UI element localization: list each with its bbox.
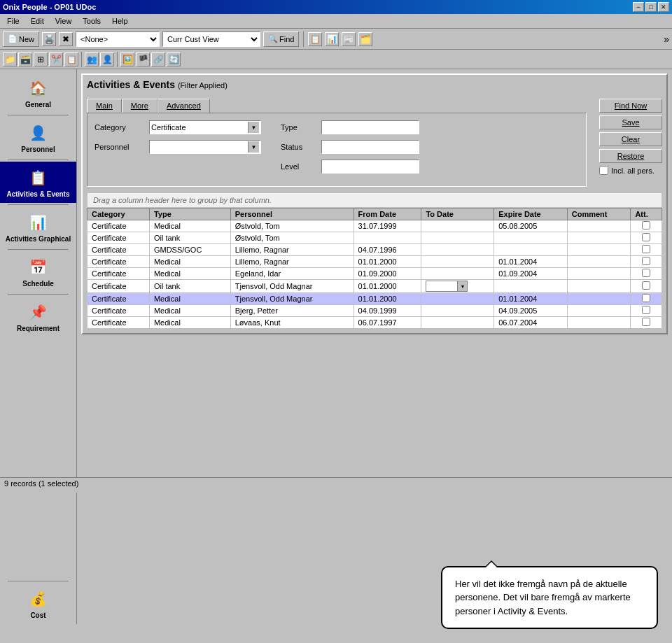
sidebar: 🏠 General 👤 Personnel 📋 Activities & Eve…: [0, 69, 77, 624]
sidebar-item-requirement[interactable]: 📌 Requirement: [0, 296, 76, 337]
menu-edit[interactable]: Edit: [27, 15, 48, 27]
grid-cell: [567, 244, 631, 256]
col-comment[interactable]: Comment: [567, 209, 631, 220]
grid-cell: 04.09.2005: [494, 305, 568, 317]
col-to-date[interactable]: To Date: [421, 209, 494, 220]
grid-cell: Medical: [149, 293, 230, 305]
grid-cell-att[interactable]: [631, 232, 662, 244]
level-label: Level: [281, 162, 316, 171]
filter-applied: (Filter Applied): [178, 81, 227, 90]
print-button[interactable]: 🖨️: [42, 32, 56, 46]
grid-cell-att[interactable]: [631, 280, 662, 293]
grid-cell-att[interactable]: [631, 305, 662, 317]
refresh-button[interactable]: 🔄: [167, 52, 181, 66]
table-row[interactable]: CertificateMedicalLillemo, Ragnar01.01.2…: [88, 256, 662, 268]
clear-button[interactable]: Clear: [599, 132, 662, 146]
menu-tools[interactable]: Tools: [78, 15, 105, 27]
grid-cell: [421, 244, 494, 256]
grid-cell-att[interactable]: [631, 244, 662, 256]
folder-button[interactable]: 🗃️: [18, 52, 32, 66]
minimize-button[interactable]: −: [633, 2, 644, 12]
link-button[interactable]: 🔗: [151, 52, 165, 66]
grid-cell: [421, 293, 494, 305]
category-dropdown[interactable]: Certificate ▼: [149, 120, 261, 134]
table-row[interactable]: CertificateMedicalLøvaas, Knut06.07.1997…: [88, 317, 662, 329]
level-input[interactable]: [321, 160, 419, 174]
status-bar: 9 records (1 selected): [0, 477, 672, 493]
sidebar-label-activities: Activities & Events: [6, 190, 69, 198]
title-bar: Onix People - OP01 UDoc − □ ✕: [0, 0, 672, 14]
copy-button[interactable]: 📋: [64, 52, 78, 66]
table-row[interactable]: CertificateOil tankØstvold, Tom: [88, 232, 662, 244]
grid-cell-att[interactable]: [631, 293, 662, 305]
col-from-date[interactable]: From Date: [354, 209, 421, 220]
sidebar-item-cost[interactable]: 💰 Cost: [0, 583, 76, 624]
folder-open-button[interactable]: 📁: [3, 52, 17, 66]
view1-button[interactable]: 📋: [308, 32, 322, 46]
activities-panel: Activities & Events (Filter Applied) Mai…: [81, 73, 668, 334]
col-personnel[interactable]: Personnel: [230, 209, 354, 220]
grid-cell-att[interactable]: [631, 220, 662, 232]
view3-button[interactable]: 📰: [342, 32, 356, 46]
sidebar-item-activities[interactable]: 📋 Activities & Events: [0, 162, 76, 203]
more-button[interactable]: »: [664, 34, 669, 45]
tab-advanced[interactable]: Advanced: [158, 99, 210, 113]
find-now-button[interactable]: Find Now: [599, 99, 662, 113]
cut-button[interactable]: ✂️: [49, 52, 63, 66]
table-row[interactable]: CertificateGMDSS/GOCLillemo, Ragnar04.07…: [88, 244, 662, 256]
sidebar-item-schedule[interactable]: 📅 Schedule: [0, 251, 76, 292]
find-button[interactable]: 🔍 Find: [263, 31, 299, 47]
col-type[interactable]: Type: [149, 209, 230, 220]
requirement-icon: 📌: [27, 301, 50, 323]
menu-file[interactable]: File: [3, 15, 24, 27]
col-category[interactable]: Category: [88, 209, 150, 220]
maximize-button[interactable]: □: [645, 2, 657, 12]
grid-cell-att[interactable]: [631, 268, 662, 280]
view2-button[interactable]: 📊: [325, 32, 339, 46]
view-dropdown[interactable]: Curr Cust View: [162, 31, 260, 47]
flag-button[interactable]: 🏴: [136, 52, 150, 66]
restore-button[interactable]: Restore: [599, 149, 662, 163]
grid-cell: [494, 244, 568, 256]
grid-cell-att[interactable]: [631, 256, 662, 268]
none-dropdown[interactable]: <None>: [76, 31, 160, 47]
personnel-dropdown[interactable]: ▼: [149, 140, 261, 154]
col-expire-date[interactable]: Expire Date: [494, 209, 568, 220]
close-button[interactable]: ✕: [658, 2, 669, 12]
menu-help[interactable]: Help: [108, 15, 132, 27]
sidebar-item-general[interactable]: 🏠 General: [0, 72, 76, 113]
view4-button[interactable]: 🗂️: [358, 32, 372, 46]
table-row[interactable]: CertificateMedicalEgeland, Idar01.09.200…: [88, 268, 662, 280]
table-row[interactable]: CertificateMedicalBjerg, Petter04.09.199…: [88, 305, 662, 317]
table-row[interactable]: CertificateMedicalTjensvoll, Odd Magnar0…: [88, 293, 662, 305]
grid-cell: Lillemo, Ragnar: [230, 244, 354, 256]
category-arrow: ▼: [248, 122, 259, 133]
personnel-icon: 👤: [27, 122, 50, 144]
divider3: [8, 204, 69, 205]
people-button[interactable]: 👥: [85, 52, 99, 66]
grid-cell: 04.09.1999: [354, 305, 421, 317]
delete-button[interactable]: ✖: [59, 32, 73, 46]
table-row[interactable]: CertificateMedicalØstvold, Tom31.07.1999…: [88, 220, 662, 232]
table-row[interactable]: CertificateOil tankTjensvoll, Odd Magnar…: [88, 280, 662, 293]
photo-button[interactable]: 🖼️: [120, 52, 134, 66]
sidebar-item-activities-graphical[interactable]: 📊 Activities Graphical: [0, 206, 76, 248]
tab-more[interactable]: More: [122, 99, 158, 113]
grid-button[interactable]: ⊞: [34, 52, 48, 66]
divider1: [8, 115, 69, 115]
status-input[interactable]: [321, 140, 419, 154]
menu-view[interactable]: View: [51, 15, 76, 27]
grid-cell-att[interactable]: [631, 317, 662, 329]
sidebar-item-personnel[interactable]: 👤 Personnel: [0, 117, 76, 158]
person-button[interactable]: 👤: [100, 52, 114, 66]
app-title: Onix People - OP01 UDoc: [3, 3, 96, 11]
type-input[interactable]: [321, 120, 419, 134]
save-button[interactable]: Save: [599, 115, 662, 129]
grid-cell: GMDSS/GOC: [149, 244, 230, 256]
col-att[interactable]: Att.: [631, 209, 662, 220]
grid-cell: [567, 232, 631, 244]
new-button[interactable]: 📄 New: [3, 31, 39, 47]
grid-header-row: Category Type Personnel From Date To Dat…: [88, 209, 662, 220]
tab-main[interactable]: Main: [87, 99, 122, 113]
incl-all-checkbox[interactable]: [599, 166, 608, 175]
